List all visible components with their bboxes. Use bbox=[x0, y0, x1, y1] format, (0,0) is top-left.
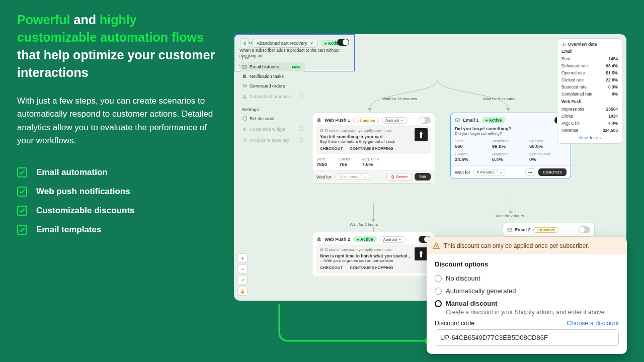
more-button[interactable]: ••• bbox=[525, 168, 535, 176]
svg-rect-6 bbox=[508, 228, 512, 231]
platform-select[interactable]: Android bbox=[380, 236, 406, 243]
callout-arrow bbox=[274, 302, 435, 347]
sidebar-item-set-discount[interactable]: Set discount bbox=[240, 114, 305, 123]
edit-button[interactable]: Edit bbox=[415, 173, 431, 180]
preview-cta: CHECKOUT bbox=[320, 265, 343, 270]
paint-icon bbox=[242, 127, 247, 132]
sidebar-item-notification-tasks[interactable]: Notification tasks bbox=[240, 72, 305, 81]
chart-icon bbox=[561, 42, 566, 47]
zoom-in-button[interactable]: + bbox=[237, 253, 248, 262]
marketing-panel: Powerful and highly customizable automat… bbox=[17, 11, 218, 244]
preview-thumb bbox=[415, 247, 428, 260]
wait-for-label: Wait for bbox=[316, 174, 331, 179]
mail-icon bbox=[455, 118, 460, 123]
check-icon bbox=[17, 225, 27, 235]
radio-icon bbox=[435, 275, 442, 282]
webpush2-node[interactable]: Web Push 2 ● Active Android ◍ Chrome · z… bbox=[312, 232, 435, 277]
choose-discount-link[interactable]: Choose a discount bbox=[567, 320, 619, 327]
node-title: Web Push 2 bbox=[325, 237, 350, 242]
status-badge: ○ Inactive bbox=[533, 227, 559, 233]
canvas-controls: + − ⤢ 🔒 bbox=[237, 253, 248, 296]
svg-marker-3 bbox=[368, 108, 372, 112]
sidebar-settings-heading: Settings bbox=[242, 107, 305, 112]
connector bbox=[373, 203, 374, 219]
feature-item: Email automation bbox=[17, 167, 218, 177]
check-icon bbox=[17, 206, 27, 216]
sidebar-item-product-release-tag[interactable]: Product release tagⓘ bbox=[240, 135, 305, 145]
fit-button[interactable]: ⤢ bbox=[237, 276, 248, 285]
node-toggle[interactable] bbox=[578, 226, 590, 233]
new-badge: New bbox=[289, 65, 303, 69]
workflow-title: Abandoned cart recovery bbox=[257, 41, 307, 46]
mail-icon bbox=[242, 64, 247, 69]
user-icon bbox=[242, 94, 247, 99]
node-toggle[interactable] bbox=[419, 117, 431, 124]
overview-panel: Overview data Email Sent1454 Delivered r… bbox=[557, 38, 622, 144]
wait-label: Wait for 2 hours bbox=[496, 214, 524, 218]
trash-icon bbox=[391, 175, 394, 179]
wait-label: Wait for 15 minutes bbox=[382, 97, 417, 101]
chrome-icon: ◍ bbox=[320, 247, 324, 252]
lock-button[interactable]: 🔒 bbox=[237, 287, 248, 296]
radio-icon bbox=[435, 300, 442, 307]
sidebar-list-heading: List bbox=[242, 55, 305, 60]
info-icon: ⓘ bbox=[299, 126, 303, 132]
sidebar-item-customize-widget[interactable]: Customize widgetⓘ bbox=[240, 124, 305, 134]
email1-node[interactable]: Email 1 ● Active Did you forget somethin… bbox=[450, 113, 571, 179]
workflow-title-chip[interactable]: Abandoned cart recovery bbox=[252, 39, 318, 48]
cart-icon bbox=[242, 83, 247, 88]
wait-label: Wait for 5 minutes bbox=[483, 97, 515, 101]
sidebar-item-email-histories[interactable]: Email historiesNew bbox=[240, 62, 305, 71]
email-metrics: Sent560 Delivered99.8% Opened56.0% Click… bbox=[455, 139, 567, 162]
manual-hint: Create a discount in your Shopify admin,… bbox=[446, 309, 619, 316]
node-title: Web Push 1 bbox=[325, 118, 350, 123]
feature-item: Customizable discounts bbox=[17, 206, 218, 216]
sidebar: List Email historiesNew Notification tas… bbox=[240, 55, 305, 146]
back-button[interactable] bbox=[240, 38, 249, 48]
feature-list: Email automation Web push notifications … bbox=[17, 167, 218, 235]
tag-icon bbox=[242, 138, 247, 143]
sidebar-item-generated-orders[interactable]: Generated orders bbox=[240, 81, 305, 90]
radio-no-discount[interactable]: No discount bbox=[435, 272, 619, 285]
status-badge: ○ Inactive bbox=[353, 118, 379, 123]
push-preview: ◍ Chrome · zenyca.myshopify.com · now No… bbox=[316, 244, 431, 273]
warning-icon bbox=[433, 242, 440, 249]
headline: Powerful and highly customizable automat… bbox=[17, 11, 218, 81]
webpush1-node[interactable]: Web Push 1 ○ Inactive Android ◍ Chrome ·… bbox=[312, 113, 435, 184]
radio-icon bbox=[435, 288, 442, 295]
radio-manual-discount[interactable]: Manual discount bbox=[435, 297, 619, 310]
bell-icon bbox=[316, 118, 321, 123]
discount-code-label: Discount code bbox=[435, 320, 474, 327]
info-icon: ⓘ bbox=[299, 93, 303, 100]
wait-select[interactable]: 5 minutes ⌃⌄ bbox=[473, 169, 507, 175]
delete-button[interactable]: Delete bbox=[386, 173, 412, 180]
preview-cta: CONTINUE SHOPPING bbox=[350, 265, 393, 270]
chrome-icon: ◍ bbox=[320, 128, 324, 133]
svg-marker-4 bbox=[506, 108, 510, 112]
wait-select[interactable]: 15 minutes ⌃⌄ bbox=[335, 173, 370, 180]
check-icon bbox=[17, 167, 27, 177]
zoom-out-button[interactable]: − bbox=[237, 264, 248, 274]
headline-strong-1: Powerful bbox=[17, 13, 70, 27]
view-details-link[interactable]: View details bbox=[561, 136, 618, 140]
customize-button[interactable]: Customize bbox=[538, 168, 567, 176]
check-icon bbox=[17, 187, 27, 197]
platform-select[interactable]: Android bbox=[382, 117, 408, 124]
sidebar-item-subscribed-products[interactable]: Subscribed productsⓘ bbox=[240, 91, 305, 102]
discount-code-input[interactable] bbox=[435, 329, 619, 346]
discount-heading: Discount options bbox=[435, 260, 619, 268]
wait-label: Wait for 2 hours bbox=[350, 222, 378, 227]
trigger-toggle[interactable] bbox=[337, 39, 349, 46]
feature-item: Web push notifications bbox=[17, 187, 218, 197]
svg-rect-9 bbox=[436, 247, 436, 248]
svg-point-1 bbox=[244, 95, 246, 97]
connector bbox=[511, 194, 511, 211]
preview-cta: CONTINUE SHOPPING bbox=[350, 146, 393, 151]
email2-node[interactable]: Email 2 ○ Inactive bbox=[503, 223, 595, 237]
radio-auto-generated[interactable]: Automatically generated bbox=[435, 285, 619, 297]
stats-row: Sent7850 Clicks765 Avg. CTR7.6% bbox=[316, 157, 431, 167]
preview-thumb bbox=[415, 128, 428, 141]
discount-popover: This discount can only be applied once p… bbox=[427, 237, 627, 354]
tag-icon bbox=[242, 116, 247, 121]
chevron-down-icon bbox=[309, 42, 313, 45]
